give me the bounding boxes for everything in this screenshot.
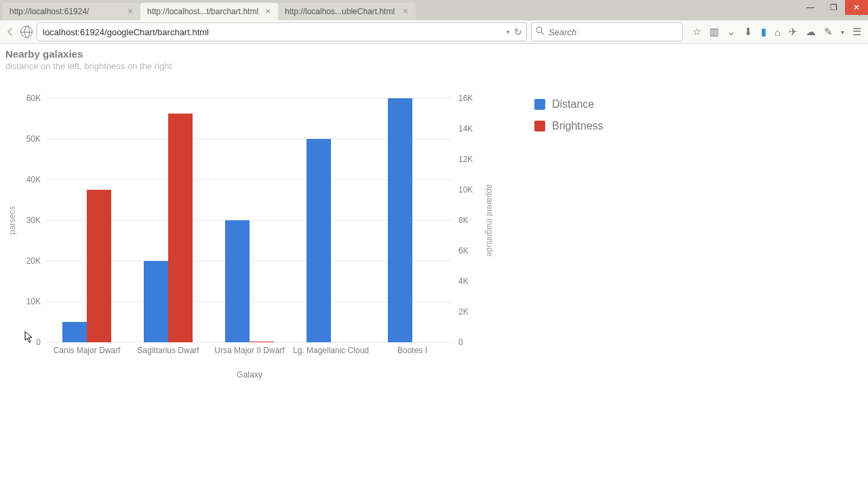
svg-text:10K: 10K [458,185,473,195]
chart-legend: DistanceBrightness [534,98,604,390]
pocket-icon[interactable]: ⌄ [727,26,736,38]
tab-close-icon[interactable]: × [401,7,410,16]
minimize-button[interactable]: — [799,0,822,15]
svg-line-1 [541,32,544,35]
home-icon[interactable]: ⌂ [774,26,781,38]
svg-text:10K: 10K [26,297,41,306]
url-dropdown-icon[interactable]: ▾ [507,28,510,35]
svg-text:Bootes I: Bootes I [397,346,427,355]
legend-item: Brightness [534,120,604,132]
svg-text:0: 0 [36,338,41,347]
url-bar[interactable]: ▾ ↻ [37,22,527,41]
bar-distance [388,98,412,342]
bar-distance [62,322,87,342]
svg-text:30K: 30K [26,216,41,225]
tab-strip: http://localhost:61924/×http://localhost… [0,0,868,20]
bar-distance [144,261,168,342]
svg-text:Lg. Magellanic Cloud: Lg. Magellanic Cloud [293,346,369,355]
legend-item: Distance [534,98,604,110]
svg-text:4K: 4K [458,277,469,286]
browser-window: { "browser": { "tabs": [ { "title": "htt… [0,0,868,488]
svg-text:12K: 12K [458,155,473,164]
browser-tab[interactable]: http://localhos...ubleChart.html× [278,3,416,20]
legend-label: Brightness [552,120,604,132]
tab-title: http://localhost:61924/ [9,7,125,16]
chart-title: Nearby galaxies [5,48,863,60]
search-icon [536,26,545,37]
svg-text:14K: 14K [458,124,473,134]
close-window-button[interactable]: ✕ [845,0,868,15]
svg-text:60K: 60K [26,94,41,103]
legend-label: Distance [552,98,594,110]
extension-icon[interactable]: ▮ [761,26,766,38]
tabs-container: http://localhost:61924/×http://localhost… [0,0,846,20]
svg-text:2K: 2K [458,307,469,317]
bar-distance [307,139,331,342]
svg-text:40K: 40K [26,175,41,184]
nav-bar: ▾ ↻ ☆ ▥ ⌄ ⬇ ▮ ⌂ ✈ ☁ ✎ ▾ ☰ [0,20,868,44]
svg-text:parsecs: parsecs [7,206,17,235]
library-icon[interactable]: ▥ [709,26,719,38]
bar-brightness [250,342,274,342]
legend-swatch [534,121,545,131]
browser-tab[interactable]: http://localhost:61924/× [3,3,140,20]
chat-icon[interactable]: ☁ [806,26,816,38]
tab-title: http://localhost...t/barchart.html [147,7,263,16]
downloads-icon[interactable]: ⬇ [744,26,753,38]
svg-text:0: 0 [458,338,463,347]
toolbar-icons: ☆ ▥ ⌄ ⬇ ▮ ⌂ ✈ ☁ ✎ ▾ ☰ [687,26,864,38]
url-input[interactable] [41,26,507,38]
search-input[interactable] [547,26,678,38]
back-button[interactable] [4,26,16,38]
bar-distance [225,220,250,342]
reload-button[interactable]: ↻ [514,26,522,37]
svg-text:apparent magnitude: apparent magnitude [485,184,494,257]
svg-text:Ursa Major II Dwarf: Ursa Major II Dwarf [214,346,285,355]
bar-brightness [168,114,193,343]
svg-text:Sagittarius Dwarf: Sagittarius Dwarf [137,346,199,355]
app-menu-button[interactable]: ☰ [852,26,861,38]
svg-point-0 [536,27,542,33]
send-icon[interactable]: ✈ [789,26,797,38]
search-bar[interactable] [531,22,683,41]
dev-icon[interactable]: ✎ [824,26,833,38]
svg-text:50K: 50K [26,134,41,144]
window-controls: — ❐ ✕ [799,0,868,15]
chart-subtitle: distance on the left, brightness on the … [5,61,863,71]
svg-text:20K: 20K [26,256,41,266]
maximize-button[interactable]: ❐ [822,0,845,15]
svg-text:Galaxy: Galaxy [237,370,262,380]
svg-text:16K: 16K [458,94,473,103]
page-content: Nearby galaxies distance on the left, br… [0,44,868,390]
tab-close-icon[interactable]: × [263,7,273,16]
tab-close-icon[interactable]: × [125,7,135,16]
tab-title: http://localhos...ubleChart.html [285,7,401,16]
legend-swatch [534,99,545,110]
bar-chart: 010K20K30K40K50K60K02K4K6K8K10K12K14K16K… [5,85,494,390]
browser-tab[interactable]: http://localhost...t/barchart.html× [140,3,278,20]
site-identity-icon[interactable] [20,26,33,38]
bar-brightness [87,190,111,342]
svg-text:8K: 8K [458,216,469,225]
bookmark-star-icon[interactable]: ☆ [692,26,701,38]
svg-text:Canis Major Dwarf: Canis Major Dwarf [54,346,121,355]
svg-text:6K: 6K [458,246,469,256]
overflow-caret-icon[interactable]: ▾ [841,28,844,36]
